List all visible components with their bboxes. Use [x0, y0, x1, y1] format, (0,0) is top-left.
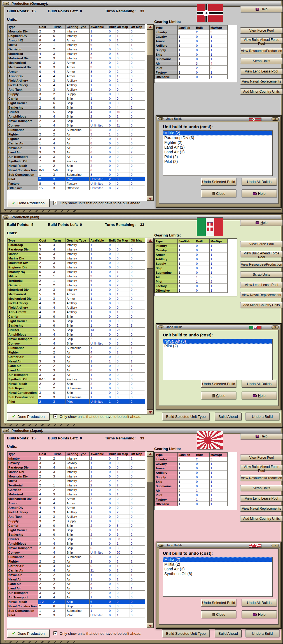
units-row[interactable]: Mechanized Div33Armor3000: [8, 65, 145, 69]
add-minor-country-units-button[interactable]: Add Minor Country Units: [240, 516, 283, 522]
gearing-row[interactable]: Armor101: [155, 466, 228, 470]
undo-list-item[interactable]: Fighter (2): [163, 140, 272, 145]
units-row[interactable]: Convoy14ShipUnlimited0110: [8, 123, 145, 128]
undo-build-list[interactable]: Militia (2)Militia (2)Land Air (3)Synthe…: [163, 557, 273, 597]
gearing-row[interactable]: Supply101: [155, 48, 228, 52]
units-row[interactable]: Engineer Div35Infantry1010: [8, 34, 145, 38]
units-row[interactable]: Fighter22Air2021: [8, 559, 145, 564]
units-row[interactable]: Paratroop Div34Infantry1000: [8, 465, 145, 470]
undo-build-list[interactable]: Militia (2)Paratroop Div (3)Fighter (2)L…: [163, 130, 273, 176]
undo-all-builds-button[interactable]: Undo All Builds: [242, 380, 277, 388]
gearing-row[interactable]: Cavalry101: [155, 248, 228, 252]
scrollbar-thumb[interactable]: [147, 243, 153, 269]
units-row[interactable]: Anti-Tank33Artillery1000: [8, 87, 145, 92]
units-row[interactable]: Naval Construction26Ship7000: [8, 604, 145, 608]
undo-all-builds-button[interactable]: Undo All Builds: [242, 178, 277, 186]
units-row[interactable]: Infantry32Infantry2071: [8, 456, 145, 461]
units-row[interactable]: Marine53Infantry1000: [8, 252, 145, 256]
rollup-button[interactable]: [3, 216, 9, 219]
units-row[interactable]: Convoy14ShipUnlimited0200: [8, 550, 145, 555]
units-row[interactable]: Paratroop Div34Infantry1000: [8, 247, 145, 252]
gearing-row[interactable]: Ship101: [155, 266, 228, 270]
units-row[interactable]: Air Transport33Air1000: [8, 373, 145, 377]
units-scrollbar[interactable]: [147, 238, 153, 414]
units-row[interactable]: Naval Construction0-35-6Ship6000: [8, 168, 145, 172]
gearing-row[interactable]: Artillery101: [155, 257, 228, 261]
units-row[interactable]: Carrier Air14Air8000: [8, 355, 145, 359]
units-row[interactable]: Marine Div33Infantry1010: [8, 470, 145, 474]
units-row[interactable]: Motorized43Infantry3030: [8, 51, 145, 56]
units-row[interactable]: Submarine13Submarine5020: [8, 128, 145, 132]
units-row[interactable]: Amphibious34Ship3010: [8, 541, 145, 546]
undo-list-item[interactable]: Pilot (2): [163, 159, 272, 164]
undo-list-item[interactable]: Militia (2): [163, 557, 272, 562]
close-button[interactable]: Close: [201, 392, 236, 399]
scroll-down-button[interactable]: [147, 623, 153, 628]
units-row[interactable]: Naval Air22Air1021: [8, 573, 145, 577]
build-ahead-button[interactable]: Build Ahead: [215, 413, 242, 420]
units-row[interactable]: Field Artillery54Artillery1000: [8, 83, 145, 87]
undo-list-item[interactable]: Naval Air (3): [163, 339, 272, 344]
units-row[interactable]: Territorial21Infantry6000: [8, 278, 145, 283]
units-row[interactable]: Militia21Infantry3020: [8, 274, 145, 278]
units-row[interactable]: Militia21Infantry3242: [8, 479, 145, 483]
units-row[interactable]: Synthetic Oil76Factory3000: [8, 159, 145, 163]
gearing-row[interactable]: Supply101: [155, 261, 228, 266]
view-lend-lease-pool-button[interactable]: View Lend Lease Pool: [240, 68, 283, 74]
view-resources-production-button[interactable]: View Resources/Production: [240, 48, 283, 54]
scrap-units-button[interactable]: Scrap Units: [240, 485, 283, 491]
units-row[interactable]: Engineer Div35Infantry2000: [8, 265, 145, 270]
gearing-row[interactable]: Factory101: [155, 70, 228, 75]
units-row[interactable]: Land Air22Air1001: [8, 364, 145, 368]
view-build-ahead-force-pool-button[interactable]: View Build Ahead Force Pool: [240, 251, 283, 257]
scrap-units-button[interactable]: Scrap Units: [240, 271, 283, 278]
view-force-pool-button[interactable]: View Force Pool: [240, 27, 283, 34]
undo-list-item[interactable]: Synthetic Oil (8): [163, 572, 272, 576]
view-build-ahead-force-pool-button[interactable]: View Build Ahead Force Pool: [240, 465, 283, 471]
units-row[interactable]: Infantry HQ53Infantry1010: [8, 270, 145, 274]
view-lend-lease-pool-button[interactable]: View Lend Lease Pool: [240, 495, 283, 502]
scrap-units-button[interactable]: Scrap Units: [240, 58, 283, 64]
units-row[interactable]: Sub Construction23Submarine1000: [8, 395, 145, 399]
units-row[interactable]: Convoy14ShipUnlimited050: [8, 341, 145, 346]
units-row[interactable]: Carrier Air04Air5013: [8, 564, 145, 568]
help-button[interactable]: Help: [240, 6, 283, 12]
gearing-row[interactable]: Armor101: [155, 252, 228, 257]
units-row[interactable]: Submarine13Submarine5020: [8, 555, 145, 559]
units-row[interactable]: Carrier Air14Air21023: [8, 568, 145, 573]
undo-selected-build-button[interactable]: Undo Selected Build: [201, 178, 236, 186]
rollup-button[interactable]: [158, 325, 163, 328]
units-row[interactable]: Naval Repair1-22Ship6000: [8, 599, 145, 604]
units-row[interactable]: Land Air22Air3030: [8, 582, 145, 586]
rollup-button[interactable]: [3, 429, 9, 432]
units-row[interactable]: Garrison22Infantry1030: [8, 488, 145, 492]
build-selected-unit-type-button[interactable]: Build Selected Unit Type: [162, 629, 210, 637]
units-row[interactable]: Naval Construction36Ship1000: [8, 390, 145, 395]
units-row[interactable]: Mechanized53Armor1010: [8, 292, 145, 296]
units-row[interactable]: Naval Air33Air1010: [8, 577, 145, 582]
view-force-pool-button[interactable]: View Force Pool: [240, 241, 283, 247]
units-row[interactable]: Sub Construction13Submarine3000: [8, 172, 145, 177]
close-icon[interactable]: X: [272, 544, 279, 547]
gearing-row[interactable]: Cavalry101: [155, 34, 228, 39]
units-row[interactable]: Field Artillery64Artillery1000: [8, 305, 145, 310]
gearing-row[interactable]: Factory112: [155, 497, 228, 502]
units-row[interactable]: Battleship26Ship1025: [8, 323, 145, 328]
units-row[interactable]: Naval Repair12Ship2000: [8, 163, 145, 168]
undo-list-item[interactable]: Militia (2): [163, 562, 272, 567]
gearing-row[interactable]: Offensive101: [155, 75, 228, 79]
units-row[interactable]: Pilot23PilotUnlimited010: [8, 613, 145, 617]
units-scrollbar[interactable]: [147, 451, 153, 628]
units-row[interactable]: Carrier26Ship2050: [8, 523, 145, 528]
add-minor-country-units-button[interactable]: Add Minor Country Units: [240, 88, 283, 95]
help-button[interactable]: Help: [242, 392, 277, 399]
units-row[interactable]: Cruiser15Ship130220: [8, 328, 145, 332]
view-lend-lease-pool-button[interactable]: View Lend Lease Pool: [240, 282, 283, 288]
units-row[interactable]: Paratroop54Infantry1000: [8, 243, 145, 247]
units-row[interactable]: Armor Div44Armor1000: [8, 505, 145, 510]
gearing-row[interactable]: Pilot212: [155, 279, 228, 284]
gearing-row[interactable]: Ship101: [155, 479, 228, 484]
gearing-row[interactable]: Pilot323: [155, 66, 228, 70]
units-row[interactable]: Submarine13Submarine1021: [8, 346, 145, 350]
units-row[interactable]: Field Artillery43Artillery1020: [8, 78, 145, 83]
